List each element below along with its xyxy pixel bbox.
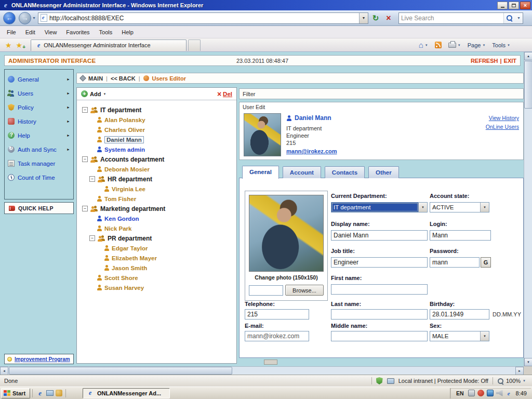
add-favorite-icon[interactable] [16, 41, 23, 49]
search-dropdown-icon[interactable] [515, 13, 523, 23]
tools-menu-button[interactable]: Tools [492, 42, 510, 48]
filter-bar[interactable]: Filter [239, 88, 524, 99]
refresh-button[interactable] [370, 12, 381, 24]
scroll-right-button[interactable] [515, 367, 524, 375]
tree-item-jason-smith[interactable]: Jason Smith [77, 263, 236, 273]
scroll-up-button[interactable] [524, 52, 532, 60]
back-button[interactable] [3, 12, 16, 24]
sex-select[interactable]: MALE [430, 331, 489, 341]
start-button[interactable]: Start [1, 388, 30, 398]
search-input[interactable] [399, 15, 503, 22]
menu-tools[interactable]: Tools [95, 28, 117, 37]
user-email-link[interactable]: mann@irokez.com [286, 148, 337, 154]
home-button[interactable] [419, 41, 428, 49]
feeds-button[interactable] [435, 42, 442, 48]
tree-item-daniel-mann[interactable]: Daniel Mann [77, 135, 236, 144]
sidebar-item-history[interactable]: History [5, 114, 73, 128]
tree-item-marketing-department[interactable]: Marketing department [77, 204, 236, 214]
stop-button[interactable] [383, 12, 394, 24]
quicklaunch-icon[interactable] [56, 390, 62, 396]
password-input[interactable] [430, 257, 480, 268]
tab-general[interactable]: General [242, 166, 279, 179]
chevron-down-icon[interactable] [480, 331, 489, 341]
tree-item-system-admin[interactable]: System admin [77, 144, 236, 154]
tree-item-scott-shore[interactable]: Scott Shore [77, 273, 236, 283]
exit-link[interactable]: EXIT [504, 58, 516, 64]
display-name-input[interactable] [331, 230, 428, 241]
photo-path-input[interactable] [249, 285, 283, 296]
menu-help[interactable]: Help [117, 28, 138, 37]
sidebar-item-task-manager[interactable]: Task manager [5, 156, 73, 170]
ie-tray-icon[interactable] [506, 390, 512, 396]
current-department-select[interactable]: IT department [331, 202, 428, 212]
menu-file[interactable]: File [2, 28, 21, 37]
birthday-input[interactable] [430, 309, 489, 320]
zoom-control[interactable]: 100% [497, 378, 526, 384]
tree-item-deborah-mosier[interactable]: Deborah Mosier [77, 164, 236, 174]
tree-item-pr-department[interactable]: PR department [77, 233, 236, 243]
url-input[interactable] [49, 15, 359, 22]
horizontal-scrollbar[interactable] [0, 366, 524, 375]
telephone-input[interactable] [245, 309, 309, 320]
menu-edit[interactable]: Edit [21, 28, 40, 37]
middle-name-input[interactable] [331, 331, 428, 341]
browser-tab[interactable]: ONLANMessenger Administrator Interface [31, 39, 187, 51]
refresh-link[interactable]: REFRESH [471, 58, 498, 64]
taskbar-task-button[interactable]: ONLANMessenger Ad... [83, 388, 170, 398]
improvement-program-link[interactable]: Improvement Program [15, 356, 70, 362]
login-input[interactable] [430, 230, 491, 241]
tab-account[interactable]: Account [283, 166, 321, 178]
breadcrumb-main[interactable]: MAIN [88, 75, 103, 82]
collapse-icon[interactable] [82, 156, 88, 162]
sidebar-item-general[interactable]: General [5, 72, 73, 86]
tree-item-virginia-lee[interactable]: Virginia Lee [77, 184, 236, 194]
delete-button[interactable]: Del [217, 90, 232, 98]
address-dropdown-icon[interactable] [359, 13, 368, 23]
tree-item-nick-park[interactable]: Nick Park [77, 223, 236, 233]
collapse-icon[interactable] [89, 235, 95, 241]
security-tray-icon[interactable] [477, 390, 484, 396]
sidebar-item-users[interactable]: Users [5, 86, 73, 100]
menu-favorites[interactable]: Favorites [61, 28, 94, 37]
horizontal-scroll-thumb[interactable] [9, 367, 232, 375]
new-tab-stub[interactable] [188, 39, 201, 51]
page-menu-button[interactable]: Page [468, 42, 486, 48]
tree-item-tom-fisher[interactable]: Tom Fisher [77, 194, 236, 204]
last-name-input[interactable] [331, 309, 428, 320]
sidebar-item-policy[interactable]: Policy [5, 100, 73, 114]
generate-password-button[interactable]: G [481, 257, 491, 268]
tree-item-accounts-department[interactable]: Accounts department [77, 154, 236, 164]
sidebar-item-help[interactable]: Help [5, 128, 73, 142]
search-icon[interactable] [503, 13, 515, 23]
keyboard-tray-icon[interactable] [468, 390, 475, 396]
tab-contacts[interactable]: Contacts [325, 166, 365, 178]
tree-item-elizabeth-mayer[interactable]: Elizabeth Mayer [77, 253, 236, 263]
tab-other[interactable]: Other [368, 166, 399, 178]
collapse-icon[interactable] [82, 107, 88, 113]
chevron-down-icon[interactable] [480, 203, 489, 212]
add-button[interactable]: Add [81, 90, 106, 97]
volume-tray-icon[interactable] [496, 390, 503, 396]
tree-item-alan-polansky[interactable]: Alan Polansky [77, 115, 236, 125]
quicklaunch-ie-icon[interactable] [36, 389, 44, 397]
first-name-input[interactable] [331, 284, 428, 295]
tree-item-susan-harvey[interactable]: Susan Harvey [77, 283, 236, 292]
job-title-input[interactable] [331, 257, 428, 268]
vertical-scroll-thumb[interactable] [524, 61, 532, 109]
tree-item-it-department[interactable]: IT department [77, 105, 236, 115]
tree-item-charles-oliver[interactable]: Charles Oliver [77, 125, 236, 135]
address-bar[interactable] [38, 12, 368, 24]
quick-help-button[interactable]: QUICK HELP [4, 202, 74, 214]
language-indicator[interactable]: EN [455, 390, 466, 397]
favorites-star-icon[interactable] [5, 41, 12, 49]
vertical-scrollbar[interactable] [524, 52, 532, 366]
tree-item-hr-department[interactable]: HR department [77, 174, 236, 184]
view-history-link[interactable]: View History [489, 115, 519, 121]
sidebar-item-auth-and-sync[interactable]: Auth and Sync [5, 142, 73, 156]
maximize-button[interactable] [509, 2, 519, 9]
close-button[interactable] [520, 2, 530, 9]
collapse-icon[interactable] [89, 176, 95, 182]
minimize-button[interactable] [497, 2, 508, 9]
scroll-down-button[interactable] [524, 358, 532, 366]
network-tray-icon[interactable] [487, 390, 494, 396]
